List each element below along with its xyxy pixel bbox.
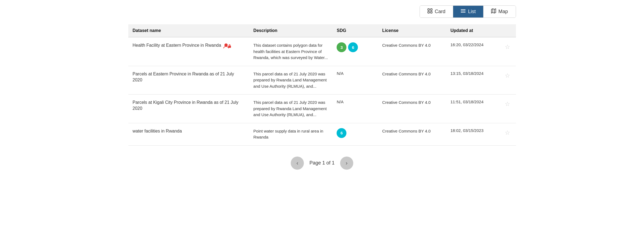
map-view-button[interactable]: Map: [483, 6, 515, 17]
card-view-button[interactable]: Card: [420, 6, 453, 17]
prev-page-button[interactable]: ‹: [291, 157, 304, 170]
svg-rect-0: [428, 9, 429, 10]
map-view-label: Map: [498, 9, 508, 14]
col-header-sdg: SDG: [332, 24, 378, 37]
col-header-star: [499, 24, 516, 37]
table-header: Dataset name Description SDG License Upd…: [128, 24, 516, 37]
grid-icon: [428, 8, 432, 15]
map-icon: [491, 8, 496, 15]
dataset-table: Dataset name Description SDG License Upd…: [128, 24, 516, 146]
user-lock-icon: [223, 43, 232, 49]
svg-marker-10: [491, 9, 496, 13]
star-button-3[interactable]: ☆: [504, 128, 511, 137]
pagination: ‹ Page 1 of 1 ›: [128, 157, 516, 178]
view-toggle: Card List: [128, 5, 516, 18]
license-cell-2: Creative Commons BY 4.0: [378, 95, 446, 123]
dataset-name-text: Health Facility at Eastern Province in R…: [133, 42, 221, 48]
col-header-license: License: [378, 24, 446, 37]
list-icon: [461, 8, 466, 15]
name-cell-1[interactable]: Parcels at Eastern Province in Rwanda as…: [128, 66, 249, 95]
dataset-name-text: Parcels at Eastern Province in Rwanda as…: [133, 71, 245, 83]
table-body: Health Facility at Eastern Province in R…: [128, 37, 516, 145]
sdg-badge-6: 6: [337, 128, 346, 138]
svg-rect-14: [228, 46, 231, 48]
col-header-description: Description: [249, 24, 332, 37]
page-info: Page 1 of 1: [309, 160, 334, 166]
card-view-label: Card: [435, 9, 445, 14]
updated-cell-2: 11:51, 03/18/2024: [446, 95, 499, 123]
sdg-badge-6: 6: [348, 42, 358, 52]
list-view-label: List: [468, 9, 476, 14]
table-row: Parcels at Eastern Province in Rwanda as…: [128, 66, 516, 95]
svg-rect-3: [431, 11, 432, 13]
table-row: Health Facility at Eastern Province in R…: [128, 37, 516, 66]
name-cell-3[interactable]: water facilities in Rwanda: [128, 123, 249, 145]
svg-rect-1: [431, 9, 432, 10]
star-cell-2: ☆: [499, 95, 516, 123]
list-view-button[interactable]: List: [453, 6, 483, 17]
sdg-cell-0: 36: [332, 37, 378, 66]
desc-cell-2: This parcel data as of 21 July 2020 was …: [249, 95, 332, 123]
svg-rect-2: [428, 11, 429, 13]
desc-cell-0: This dataset contains polygon data for h…: [249, 37, 332, 66]
sdg-cell-1: N/A: [332, 66, 378, 95]
chevron-right-icon: ›: [346, 160, 348, 166]
star-cell-1: ☆: [499, 66, 516, 95]
desc-cell-1: This parcel data as of 21 July 2020 was …: [249, 66, 332, 95]
star-button-0[interactable]: ☆: [504, 42, 511, 52]
sdg-cell-3: 6: [332, 123, 378, 145]
license-cell-3: Creative Commons BY 4.0: [378, 123, 446, 145]
chevron-left-icon: ‹: [296, 160, 298, 166]
sdg-cell-2: N/A: [332, 95, 378, 123]
name-cell-0[interactable]: Health Facility at Eastern Province in R…: [128, 37, 249, 66]
table-row: Parcels at Kigali City Province in Rwand…: [128, 95, 516, 123]
desc-cell-3: Point water supply data in rural area in…: [249, 123, 332, 145]
star-button-1[interactable]: ☆: [504, 71, 511, 80]
updated-cell-1: 13:15, 03/18/2024: [446, 66, 499, 95]
updated-cell-0: 16:20, 03/22/2024: [446, 37, 499, 66]
view-toggle-group: Card List: [420, 5, 516, 18]
star-button-2[interactable]: ☆: [504, 99, 511, 109]
next-page-button[interactable]: ›: [340, 157, 353, 170]
license-cell-1: Creative Commons BY 4.0: [378, 66, 446, 95]
col-header-updated: Updated at: [446, 24, 499, 37]
page-container: Card List: [117, 0, 527, 183]
dataset-name-text: water facilities in Rwanda: [133, 128, 182, 134]
sdg-badge-3: 3: [337, 42, 346, 52]
star-cell-0: ☆: [499, 37, 516, 66]
name-cell-2[interactable]: Parcels at Kigali City Province in Rwand…: [128, 95, 249, 123]
table-row: water facilities in RwandaPoint water su…: [128, 123, 516, 145]
updated-cell-3: 18:02, 03/15/2023: [446, 123, 499, 145]
star-cell-3: ☆: [499, 123, 516, 145]
license-cell-0: Creative Commons BY 4.0: [378, 37, 446, 66]
dataset-name-text: Parcels at Kigali City Province in Rwand…: [133, 99, 245, 112]
col-header-name: Dataset name: [128, 24, 249, 37]
